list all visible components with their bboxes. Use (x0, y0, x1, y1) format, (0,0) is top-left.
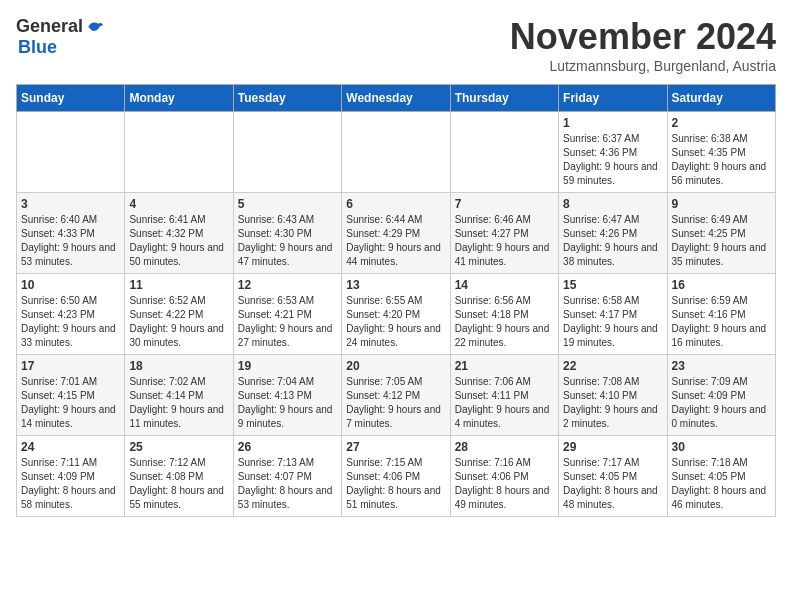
calendar-cell: 27Sunrise: 7:15 AM Sunset: 4:06 PM Dayli… (342, 436, 450, 517)
calendar-cell (233, 112, 341, 193)
day-number: 9 (672, 197, 771, 211)
logo-bird-icon (85, 17, 105, 37)
day-info: Sunrise: 6:49 AM Sunset: 4:25 PM Dayligh… (672, 213, 771, 269)
day-info: Sunrise: 7:15 AM Sunset: 4:06 PM Dayligh… (346, 456, 445, 512)
day-info: Sunrise: 7:05 AM Sunset: 4:12 PM Dayligh… (346, 375, 445, 431)
day-number: 26 (238, 440, 337, 454)
day-info: Sunrise: 7:17 AM Sunset: 4:05 PM Dayligh… (563, 456, 662, 512)
weekday-header: Thursday (450, 85, 558, 112)
day-info: Sunrise: 6:55 AM Sunset: 4:20 PM Dayligh… (346, 294, 445, 350)
calendar-week-row: 17Sunrise: 7:01 AM Sunset: 4:15 PM Dayli… (17, 355, 776, 436)
calendar-cell: 12Sunrise: 6:53 AM Sunset: 4:21 PM Dayli… (233, 274, 341, 355)
calendar-week-row: 3Sunrise: 6:40 AM Sunset: 4:33 PM Daylig… (17, 193, 776, 274)
day-number: 27 (346, 440, 445, 454)
day-info: Sunrise: 6:53 AM Sunset: 4:21 PM Dayligh… (238, 294, 337, 350)
day-number: 13 (346, 278, 445, 292)
day-info: Sunrise: 6:47 AM Sunset: 4:26 PM Dayligh… (563, 213, 662, 269)
weekday-header: Sunday (17, 85, 125, 112)
day-info: Sunrise: 7:06 AM Sunset: 4:11 PM Dayligh… (455, 375, 554, 431)
calendar-week-row: 10Sunrise: 6:50 AM Sunset: 4:23 PM Dayli… (17, 274, 776, 355)
day-info: Sunrise: 7:08 AM Sunset: 4:10 PM Dayligh… (563, 375, 662, 431)
calendar-week-row: 24Sunrise: 7:11 AM Sunset: 4:09 PM Dayli… (17, 436, 776, 517)
calendar-cell: 7Sunrise: 6:46 AM Sunset: 4:27 PM Daylig… (450, 193, 558, 274)
month-title: November 2024 (510, 16, 776, 58)
day-info: Sunrise: 6:43 AM Sunset: 4:30 PM Dayligh… (238, 213, 337, 269)
logo: General Blue (16, 16, 105, 58)
title-area: November 2024 Lutzmannsburg, Burgenland,… (510, 16, 776, 74)
calendar-cell: 16Sunrise: 6:59 AM Sunset: 4:16 PM Dayli… (667, 274, 775, 355)
calendar-cell: 15Sunrise: 6:58 AM Sunset: 4:17 PM Dayli… (559, 274, 667, 355)
day-info: Sunrise: 7:16 AM Sunset: 4:06 PM Dayligh… (455, 456, 554, 512)
day-number: 6 (346, 197, 445, 211)
day-info: Sunrise: 7:04 AM Sunset: 4:13 PM Dayligh… (238, 375, 337, 431)
day-number: 20 (346, 359, 445, 373)
day-info: Sunrise: 6:52 AM Sunset: 4:22 PM Dayligh… (129, 294, 228, 350)
day-number: 23 (672, 359, 771, 373)
calendar-cell: 10Sunrise: 6:50 AM Sunset: 4:23 PM Dayli… (17, 274, 125, 355)
calendar-cell: 23Sunrise: 7:09 AM Sunset: 4:09 PM Dayli… (667, 355, 775, 436)
logo-general-text: General (16, 16, 83, 37)
day-info: Sunrise: 6:46 AM Sunset: 4:27 PM Dayligh… (455, 213, 554, 269)
day-number: 21 (455, 359, 554, 373)
calendar-cell: 8Sunrise: 6:47 AM Sunset: 4:26 PM Daylig… (559, 193, 667, 274)
day-number: 30 (672, 440, 771, 454)
day-info: Sunrise: 6:44 AM Sunset: 4:29 PM Dayligh… (346, 213, 445, 269)
day-number: 29 (563, 440, 662, 454)
day-number: 7 (455, 197, 554, 211)
calendar-cell: 30Sunrise: 7:18 AM Sunset: 4:05 PM Dayli… (667, 436, 775, 517)
day-number: 3 (21, 197, 120, 211)
day-number: 11 (129, 278, 228, 292)
calendar-cell: 24Sunrise: 7:11 AM Sunset: 4:09 PM Dayli… (17, 436, 125, 517)
day-number: 14 (455, 278, 554, 292)
calendar-cell: 5Sunrise: 6:43 AM Sunset: 4:30 PM Daylig… (233, 193, 341, 274)
day-info: Sunrise: 7:01 AM Sunset: 4:15 PM Dayligh… (21, 375, 120, 431)
weekday-header: Monday (125, 85, 233, 112)
day-number: 28 (455, 440, 554, 454)
day-number: 15 (563, 278, 662, 292)
day-info: Sunrise: 7:12 AM Sunset: 4:08 PM Dayligh… (129, 456, 228, 512)
weekday-header: Wednesday (342, 85, 450, 112)
day-info: Sunrise: 7:18 AM Sunset: 4:05 PM Dayligh… (672, 456, 771, 512)
calendar-cell: 19Sunrise: 7:04 AM Sunset: 4:13 PM Dayli… (233, 355, 341, 436)
weekday-header: Tuesday (233, 85, 341, 112)
calendar-cell: 9Sunrise: 6:49 AM Sunset: 4:25 PM Daylig… (667, 193, 775, 274)
day-info: Sunrise: 6:37 AM Sunset: 4:36 PM Dayligh… (563, 132, 662, 188)
calendar-cell: 22Sunrise: 7:08 AM Sunset: 4:10 PM Dayli… (559, 355, 667, 436)
calendar-cell: 29Sunrise: 7:17 AM Sunset: 4:05 PM Dayli… (559, 436, 667, 517)
calendar-cell: 26Sunrise: 7:13 AM Sunset: 4:07 PM Dayli… (233, 436, 341, 517)
day-info: Sunrise: 6:56 AM Sunset: 4:18 PM Dayligh… (455, 294, 554, 350)
day-number: 22 (563, 359, 662, 373)
day-number: 25 (129, 440, 228, 454)
location-subtitle: Lutzmannsburg, Burgenland, Austria (510, 58, 776, 74)
calendar-cell (125, 112, 233, 193)
day-info: Sunrise: 7:13 AM Sunset: 4:07 PM Dayligh… (238, 456, 337, 512)
day-info: Sunrise: 6:59 AM Sunset: 4:16 PM Dayligh… (672, 294, 771, 350)
day-number: 1 (563, 116, 662, 130)
day-number: 2 (672, 116, 771, 130)
calendar-week-row: 1Sunrise: 6:37 AM Sunset: 4:36 PM Daylig… (17, 112, 776, 193)
calendar-cell: 17Sunrise: 7:01 AM Sunset: 4:15 PM Dayli… (17, 355, 125, 436)
day-info: Sunrise: 6:41 AM Sunset: 4:32 PM Dayligh… (129, 213, 228, 269)
calendar-table: SundayMondayTuesdayWednesdayThursdayFrid… (16, 84, 776, 517)
calendar-cell: 1Sunrise: 6:37 AM Sunset: 4:36 PM Daylig… (559, 112, 667, 193)
day-number: 18 (129, 359, 228, 373)
day-info: Sunrise: 6:40 AM Sunset: 4:33 PM Dayligh… (21, 213, 120, 269)
day-info: Sunrise: 7:09 AM Sunset: 4:09 PM Dayligh… (672, 375, 771, 431)
calendar-cell: 20Sunrise: 7:05 AM Sunset: 4:12 PM Dayli… (342, 355, 450, 436)
day-info: Sunrise: 7:02 AM Sunset: 4:14 PM Dayligh… (129, 375, 228, 431)
calendar-cell (342, 112, 450, 193)
day-number: 17 (21, 359, 120, 373)
day-number: 16 (672, 278, 771, 292)
day-number: 12 (238, 278, 337, 292)
calendar-cell: 28Sunrise: 7:16 AM Sunset: 4:06 PM Dayli… (450, 436, 558, 517)
calendar-cell: 2Sunrise: 6:38 AM Sunset: 4:35 PM Daylig… (667, 112, 775, 193)
weekday-header: Friday (559, 85, 667, 112)
day-info: Sunrise: 6:50 AM Sunset: 4:23 PM Dayligh… (21, 294, 120, 350)
calendar-header-row: SundayMondayTuesdayWednesdayThursdayFrid… (17, 85, 776, 112)
calendar-cell: 11Sunrise: 6:52 AM Sunset: 4:22 PM Dayli… (125, 274, 233, 355)
day-info: Sunrise: 6:58 AM Sunset: 4:17 PM Dayligh… (563, 294, 662, 350)
day-number: 4 (129, 197, 228, 211)
logo-blue-text: Blue (18, 37, 57, 57)
calendar-cell (450, 112, 558, 193)
day-number: 8 (563, 197, 662, 211)
